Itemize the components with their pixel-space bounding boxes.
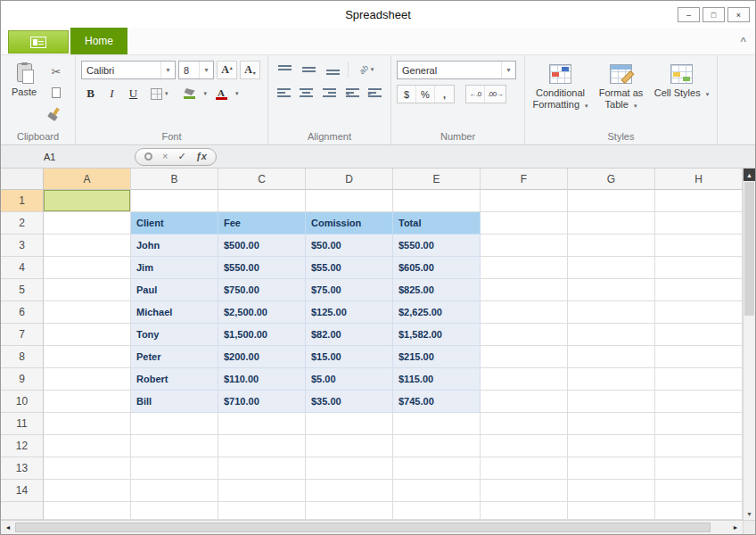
paste-button[interactable]: Paste [6,61,42,122]
cell-A6[interactable] [44,301,131,324]
cell-E14[interactable] [393,480,481,502]
font-size-combo[interactable]: 8 ▼ [178,61,214,79]
increase-font-size-button[interactable]: A ▴ [217,61,237,79]
percent-format-button[interactable]: % [416,86,435,103]
cell-B5[interactable]: Paul [131,279,218,301]
row-header-5[interactable]: 5 [1,279,44,301]
cell-A1[interactable] [44,190,131,212]
cell-F14[interactable] [481,480,568,502]
number-format-combo[interactable]: General ▼ [397,61,516,79]
row-header-7[interactable]: 7 [1,324,44,346]
cell-F2[interactable] [481,212,568,235]
cell-A4[interactable] [44,257,131,279]
cell-C15[interactable] [218,502,306,520]
cell-E15[interactable] [393,502,481,520]
cell-G9[interactable] [568,368,655,391]
cell-H4[interactable] [655,257,743,279]
align-bottom-button[interactable] [322,61,343,78]
cell-F8[interactable] [481,346,568,368]
row-header-9[interactable]: 9 [1,368,44,391]
ribbon-collapse-icon[interactable]: ^ [741,36,746,46]
maximize-button[interactable]: □ [703,7,725,22]
vertical-scroll-thumb[interactable] [744,182,754,316]
cell-B10[interactable]: Bill [131,391,218,413]
cell-B8[interactable]: Peter [131,346,218,368]
cell-D14[interactable] [306,480,393,502]
cell-A14[interactable] [44,480,131,502]
cell-H11[interactable] [655,413,743,435]
column-header-H[interactable]: H [655,169,743,190]
vertical-scrollbar[interactable]: ▲ ▼ [743,169,755,520]
cell-B1[interactable] [131,190,218,212]
align-left-button[interactable] [274,84,294,102]
cell-C4[interactable]: $550.00 [218,257,306,279]
font-family-dropdown-icon[interactable]: ▼ [160,62,175,78]
cell-F10[interactable] [481,391,568,413]
scroll-left-icon[interactable]: ◄ [1,524,15,531]
cell-F12[interactable] [481,435,568,457]
cell-A2[interactable] [44,212,131,235]
cell-H9[interactable] [655,368,743,391]
column-header-G[interactable]: G [568,169,655,190]
horizontal-scroll-thumb[interactable] [15,523,711,532]
cell-E8[interactable]: $215.00 [393,346,481,368]
cell-B6[interactable]: Michael [131,301,218,324]
cell-F3[interactable] [481,235,568,257]
borders-button[interactable]: ▾ [151,88,168,100]
cell-E11[interactable] [393,413,481,435]
cell-E12[interactable] [393,435,481,457]
cell-C1[interactable] [218,190,306,212]
cell-E3[interactable]: $550.00 [393,235,481,257]
cell-H1[interactable] [655,190,743,212]
cell-H10[interactable] [655,391,743,413]
currency-format-button[interactable]: $ [398,86,416,103]
name-box[interactable]: A1 [1,152,135,162]
cell-A10[interactable] [44,391,131,413]
cell-C2[interactable]: Fee [218,212,306,235]
row-header-14[interactable]: 14 [1,480,44,502]
cell-H12[interactable] [655,435,743,457]
cell-C3[interactable]: $500.00 [218,235,306,257]
cell-A11[interactable] [44,413,131,435]
format-as-table-button[interactable]: Format as Table ▾ [591,61,651,111]
column-header-C[interactable]: C [218,169,306,190]
cell-E4[interactable]: $605.00 [393,257,481,279]
cell-C9[interactable]: $110.00 [218,368,306,391]
row-header-10[interactable]: 10 [1,391,44,413]
cell-H5[interactable] [655,279,743,301]
number-format-dropdown-icon[interactable]: ▼ [501,62,515,78]
align-center-button[interactable] [297,84,317,102]
cell-G4[interactable] [568,257,655,279]
cell-H8[interactable] [655,346,743,368]
increase-decimal-button[interactable]: ←.0 [466,86,485,103]
cut-button[interactable]: ✂ [45,62,67,81]
cell-A12[interactable] [44,435,131,457]
cell-E6[interactable]: $2,625.00 [393,301,481,324]
cell-B14[interactable] [131,480,218,502]
cell-A9[interactable] [44,368,131,391]
tab-home[interactable]: Home [70,28,127,54]
minimize-button[interactable]: – [678,7,700,22]
bold-button[interactable]: B [81,85,100,103]
align-top-button[interactable] [274,61,295,78]
select-all-corner[interactable] [1,169,44,190]
cell-C8[interactable]: $200.00 [218,346,306,368]
decrease-font-size-button[interactable]: A ▾ [240,61,260,79]
cell-H7[interactable] [655,324,743,346]
cell-C14[interactable] [218,480,306,502]
cell-H2[interactable] [655,212,743,235]
cell-D12[interactable] [306,435,393,457]
row-header-3[interactable]: 3 [1,235,44,257]
cell-D2[interactable]: Comission [306,212,393,235]
comma-format-button[interactable]: , [435,86,454,103]
row-header-1[interactable]: 1 [1,190,44,212]
column-header-D[interactable]: D [306,169,393,190]
cell-F5[interactable] [481,279,568,301]
cell-G12[interactable] [568,435,655,457]
cell-G1[interactable] [568,190,655,212]
decrease-indent-button[interactable]: ◄ [342,84,363,102]
cell-G14[interactable] [568,480,655,502]
cell-A15[interactable] [44,502,131,520]
cell-F7[interactable] [481,324,568,346]
cell-F4[interactable] [481,257,568,279]
